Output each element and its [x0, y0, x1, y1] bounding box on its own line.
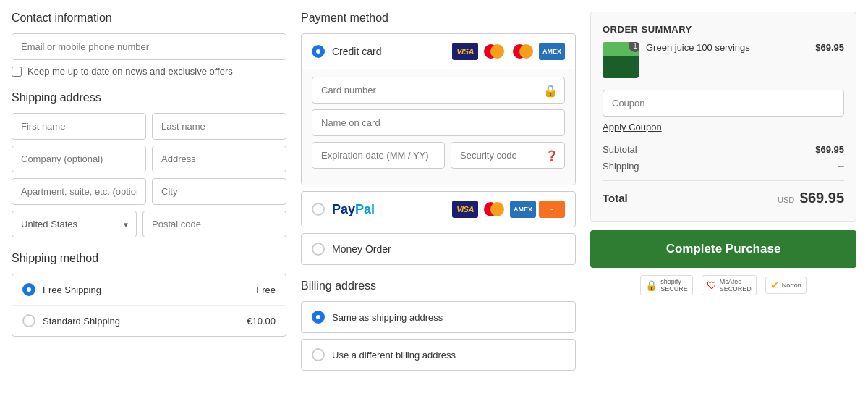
totals: Subtotal $69.95 Shipping -- Total USD $6… [603, 141, 844, 209]
credit-card-icons: VISA AMEX [452, 43, 565, 60]
complete-purchase-button[interactable]: Complete Purchase [590, 230, 856, 268]
money-order-radio[interactable] [312, 243, 325, 256]
credit-card-option: Credit card VISA AMEX [301, 33, 576, 185]
paypal-discover-icon: ~ [539, 201, 565, 218]
free-shipping-option[interactable]: Free Shipping Free [12, 274, 286, 306]
paypal-radio[interactable] [312, 203, 325, 216]
visa-icon: VISA [452, 43, 478, 60]
apply-coupon-link[interactable]: Apply Coupon [603, 122, 662, 132]
shipping-value: -- [838, 161, 844, 172]
name-on-card-input[interactable] [312, 109, 565, 136]
total-currency: USD [778, 195, 794, 204]
money-order-header[interactable]: Money Order [302, 234, 575, 264]
order-summary-title: ORDER SUMMARY [603, 24, 844, 35]
credit-card-fields: 🔒 ❓ [302, 69, 575, 185]
billing-title: Billing address [301, 279, 576, 292]
shopify-icon: 🔒 [645, 279, 658, 291]
free-shipping-radio[interactable] [22, 283, 35, 296]
mcafee-icon: 🛡 [707, 279, 717, 291]
mcafee-secure-badge: 🛡 McAfeeSECURED [702, 275, 757, 295]
paypal-option: PayPal VISA AMEX ~ [301, 191, 576, 227]
billing-different-option[interactable]: Use a different billing address [301, 339, 576, 371]
subtotal-value: $69.95 [815, 144, 844, 155]
mcafee-label: McAfeeSECURED [720, 278, 752, 292]
postal-input[interactable] [142, 211, 286, 237]
billing-different-radio[interactable] [312, 348, 325, 361]
shipping-title: Shipping address [12, 91, 286, 104]
total-row: Total USD $69.95 [603, 180, 844, 209]
apartment-input[interactable] [12, 178, 146, 205]
free-shipping-label: Free Shipping [43, 285, 101, 295]
shipping-method-title: Shipping method [12, 252, 286, 265]
norton-icon: ✔ [770, 279, 779, 291]
total-label: Total [603, 192, 628, 204]
billing-different-label: Use a different billing address [332, 350, 456, 361]
billing-same-option[interactable]: Same as shipping address [301, 301, 576, 333]
credit-card-header[interactable]: Credit card VISA AMEX [302, 34, 575, 69]
shipping-row: Shipping -- [603, 158, 844, 174]
shopify-label: shopifySECURE [660, 278, 688, 292]
standard-shipping-price: €10.00 [247, 316, 276, 327]
newsletter-label: Keep me up to date on news and exclusive… [27, 66, 233, 77]
order-summary: ORDER SUMMARY 1 Green juice 100 servings… [590, 12, 856, 222]
coupon-row: Apply Coupon [603, 90, 844, 132]
standard-shipping-radio[interactable] [22, 314, 35, 327]
address-input[interactable] [152, 146, 286, 172]
money-order-label: Money Order [332, 243, 391, 255]
company-input[interactable] [12, 146, 146, 172]
credit-card-label: Credit card [332, 46, 381, 57]
money-order-option: Money Order [301, 233, 576, 265]
newsletter-checkbox[interactable] [12, 67, 22, 77]
expiration-input[interactable] [312, 142, 445, 169]
paypal-amex-icon: AMEX [510, 201, 536, 218]
card-number-input[interactable] [312, 77, 565, 104]
norton-secure-badge: ✔ Norton [765, 277, 807, 294]
contact-title: Contact information [12, 12, 286, 25]
norton-label: Norton [782, 282, 801, 289]
lock-icon: 🔒 [543, 83, 558, 97]
mastercard-icon [481, 43, 507, 60]
shipping-method-box: Free Shipping Free Standard Shipping €10… [12, 274, 286, 337]
first-name-input[interactable] [12, 113, 146, 140]
coupon-input[interactable] [603, 90, 844, 117]
mastercard2-icon [510, 43, 536, 60]
product-row: 1 Green juice 100 servings $69.95 [603, 42, 844, 78]
total-amount: USD $69.95 [778, 190, 844, 206]
subtotal-label: Subtotal [603, 144, 637, 155]
product-image: 1 [603, 42, 639, 78]
subtotal-row: Subtotal $69.95 [603, 141, 844, 158]
paypal-mc-icon [481, 201, 507, 218]
paypal-visa-icon: VISA [452, 201, 478, 218]
standard-shipping-label: Standard Shipping [43, 316, 120, 327]
billing-same-radio[interactable] [312, 311, 325, 324]
paypal-header[interactable]: PayPal VISA AMEX ~ [302, 192, 575, 227]
city-input[interactable] [152, 178, 286, 205]
security-logos: 🔒 shopifySECURE 🛡 McAfeeSECURED ✔ Norton [590, 275, 856, 295]
paypal-logo: PayPal [332, 202, 375, 217]
paypal-card-icons: VISA AMEX ~ [452, 201, 565, 218]
amex-icon: AMEX [539, 43, 565, 60]
product-name: Green juice 100 servings [646, 42, 808, 53]
shipping-label: Shipping [603, 161, 639, 172]
email-input[interactable] [12, 33, 286, 60]
free-shipping-price: Free [256, 285, 276, 295]
billing-same-label: Same as shipping address [332, 312, 443, 323]
standard-shipping-option[interactable]: Standard Shipping €10.00 [12, 306, 286, 336]
total-value: $69.95 [800, 190, 844, 206]
last-name-input[interactable] [152, 113, 286, 140]
payment-title: Payment method [301, 12, 576, 25]
help-icon[interactable]: ❓ [545, 150, 558, 161]
credit-card-radio[interactable] [312, 45, 325, 58]
country-select[interactable]: United States [12, 211, 137, 237]
product-price: $69.95 [815, 42, 844, 53]
shopify-secure-badge: 🔒 shopifySECURE [640, 275, 693, 295]
